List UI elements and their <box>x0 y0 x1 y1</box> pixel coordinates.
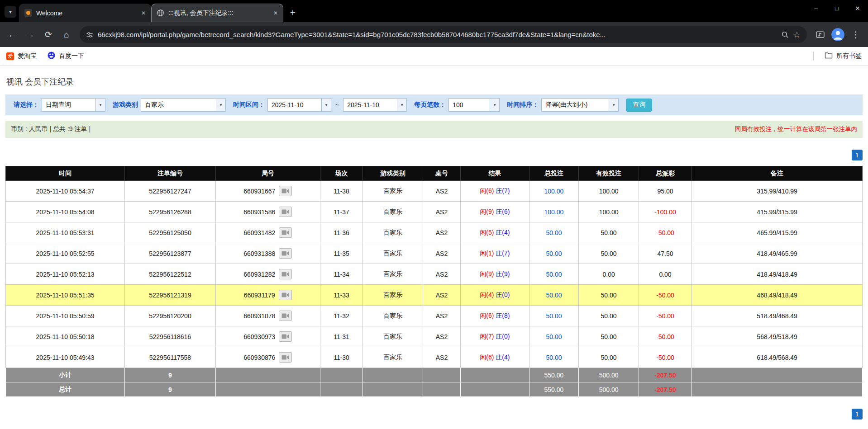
bookmark-baidu[interactable]: 百度一下 <box>48 52 84 61</box>
bet-row[interactable]: 2025-11-10 05:52:13522956122512660931282… <box>6 264 863 285</box>
col-result: 结果 <box>461 166 529 181</box>
cell-time: 2025-11-10 05:52:13 <box>6 264 125 285</box>
bet-row[interactable]: 2025-11-10 05:50:18522956118616660930973… <box>6 326 863 347</box>
video-replay-button[interactable] <box>279 248 292 259</box>
bookmark-star-icon[interactable]: ☆ <box>793 30 801 40</box>
tab-close-icon[interactable]: ✕ <box>139 9 148 17</box>
bet-row[interactable]: 2025-11-10 05:54:08522956126288660931586… <box>6 202 863 222</box>
cell-round-no: 660931388 <box>215 243 320 264</box>
minimize-button[interactable]: – <box>806 0 826 16</box>
chevron-down-icon[interactable]: ▾ <box>321 99 331 111</box>
cell-total-bet[interactable]: 50.00 <box>529 347 579 368</box>
cell-total-bet[interactable]: 50.00 <box>529 306 579 326</box>
address-bar[interactable]: 66cxkj98.com/ipl/portal.php/game/betreco… <box>80 26 807 43</box>
tab-close-icon[interactable]: ✕ <box>272 9 280 17</box>
chevron-down-icon[interactable]: ▾ <box>397 99 406 111</box>
maximize-button[interactable]: □ <box>826 0 847 16</box>
payout-sum: -207.50 <box>639 382 692 397</box>
cell-session: 11-38 <box>320 181 363 202</box>
cell-result <box>461 382 529 397</box>
cell-result: 闲(6) 庄(7) <box>461 181 529 202</box>
bet-row[interactable]: 2025-11-10 05:53:31522956125050660931482… <box>6 222 863 243</box>
tab-welcome[interactable]: Welcome ✕ <box>19 4 151 22</box>
cell-table-no: AS2 <box>423 222 460 243</box>
cell-payout: 0.00 <box>639 264 692 285</box>
game-type-label: 游戏类别 <box>113 101 138 109</box>
close-button[interactable]: ✕ <box>847 0 868 16</box>
chevron-down-icon[interactable]: ▾ <box>609 99 618 111</box>
chevron-down-icon[interactable]: ▾ <box>490 99 499 111</box>
cell-time: 2025-11-10 05:50:18 <box>6 326 125 347</box>
cell-total-bet[interactable]: 50.00 <box>529 222 579 243</box>
reload-button[interactable]: ⟳ <box>40 26 57 43</box>
cell-total-bet[interactable]: 100.00 <box>529 181 579 202</box>
bet-row[interactable]: 2025-11-10 05:52:55522956123877660931388… <box>6 243 863 264</box>
bet-row[interactable]: 2025-11-10 05:54:37522956127247660931667… <box>6 181 863 202</box>
cell-total-bet[interactable]: 100.00 <box>529 202 579 222</box>
cell-total-bet[interactable]: 50.00 <box>529 243 579 264</box>
cell-table-no: AS2 <box>423 264 460 285</box>
profile-avatar[interactable] <box>831 28 844 41</box>
video-replay-button[interactable] <box>279 269 292 279</box>
page-number-button[interactable]: 1 <box>852 409 863 420</box>
game-type-select[interactable]: 百家乐 ▾ <box>141 98 226 112</box>
cell-valid-bet: 50.00 <box>579 347 639 368</box>
cell-total-bet[interactable]: 50.00 <box>529 326 579 347</box>
site-info-icon[interactable] <box>86 31 93 38</box>
result-banker: 庄(8) <box>496 312 510 319</box>
payout-sum: -207.50 <box>639 368 692 382</box>
total-count: 9 <box>125 368 216 382</box>
result-banker: 庄(7) <box>496 250 510 257</box>
media-controls-icon[interactable] <box>811 26 829 43</box>
tab-search-button[interactable]: ▾ <box>5 6 16 18</box>
bookmark-label: 爱淘宝 <box>18 52 37 60</box>
bookmark-aitaobao[interactable]: 爱 爱淘宝 <box>6 52 37 60</box>
cell-bet-no: 522956118616 <box>125 326 216 347</box>
video-replay-button[interactable] <box>279 227 292 238</box>
cell-bet-no: 522956123877 <box>125 243 216 264</box>
url-text[interactable]: 66cxkj98.com/ipl/portal.php/game/betreco… <box>98 31 777 38</box>
cell-bet-no: 522956126288 <box>125 202 216 222</box>
cell-payout: -50.00 <box>639 347 692 368</box>
sort-select[interactable]: 降幂(由大到小) ▾ <box>541 98 619 112</box>
cell-result: 闲(5) 庄(4) <box>461 222 529 243</box>
forward-button[interactable]: → <box>22 26 39 43</box>
tab-strip: ▾ Welcome ✕ :::视讯, 会员下注纪录::: ✕ + – □ ✕ <box>0 0 868 22</box>
query-type-select[interactable]: 日期查询 ▾ <box>42 98 105 112</box>
page-size-select[interactable]: 100 ▾ <box>448 98 500 112</box>
cell-total-bet[interactable]: 50.00 <box>529 285 579 306</box>
result-banker: 庄(4) <box>496 354 510 361</box>
video-replay-button[interactable] <box>279 352 292 363</box>
select-label: 请选择： <box>14 101 39 109</box>
video-replay-button[interactable] <box>279 331 292 342</box>
cell-session <box>320 382 363 397</box>
video-replay-button[interactable] <box>279 186 292 196</box>
search-button[interactable]: 查询 <box>626 99 652 112</box>
page-number-button[interactable]: 1 <box>852 150 863 160</box>
new-tab-button[interactable]: + <box>286 6 300 19</box>
round-number: 660930973 <box>243 333 275 340</box>
cell-valid-bet: 50.00 <box>579 243 639 264</box>
total-note <box>692 368 863 382</box>
chevron-down-icon[interactable]: ▾ <box>216 99 225 111</box>
cell-session: 11-35 <box>320 243 363 264</box>
zoom-icon[interactable] <box>781 31 789 38</box>
bet-row[interactable]: 2025-11-10 05:49:43522956117558660930876… <box>6 347 863 368</box>
all-bookmarks-button[interactable]: 所有书签 <box>825 52 862 60</box>
chevron-down-icon[interactable]: ▾ <box>95 99 105 111</box>
bet-row[interactable]: 2025-11-10 05:50:59522956120200660931078… <box>6 306 863 326</box>
date-to-select[interactable]: 2025-11-10 ▾ <box>343 98 407 112</box>
video-replay-button[interactable] <box>279 311 292 321</box>
cell-note: 418.49/418.49 <box>692 264 863 285</box>
back-button[interactable]: ← <box>4 26 21 43</box>
cell-total-bet[interactable]: 50.00 <box>529 264 579 285</box>
bet-row[interactable]: 2025-11-10 05:51:35522956121319660931179… <box>6 285 863 306</box>
video-replay-button[interactable] <box>279 207 292 217</box>
video-replay-button[interactable] <box>279 290 292 300</box>
date-from-select[interactable]: 2025-11-10 ▾ <box>267 98 331 112</box>
tab-title: Welcome <box>36 9 135 17</box>
menu-dots-icon[interactable]: ⋮ <box>847 26 864 43</box>
tab-betrecord[interactable]: :::视讯, 会员下注纪录::: ✕ <box>151 4 283 22</box>
home-button[interactable]: ⌂ <box>58 26 75 43</box>
cell-valid-bet: 0.00 <box>579 264 639 285</box>
